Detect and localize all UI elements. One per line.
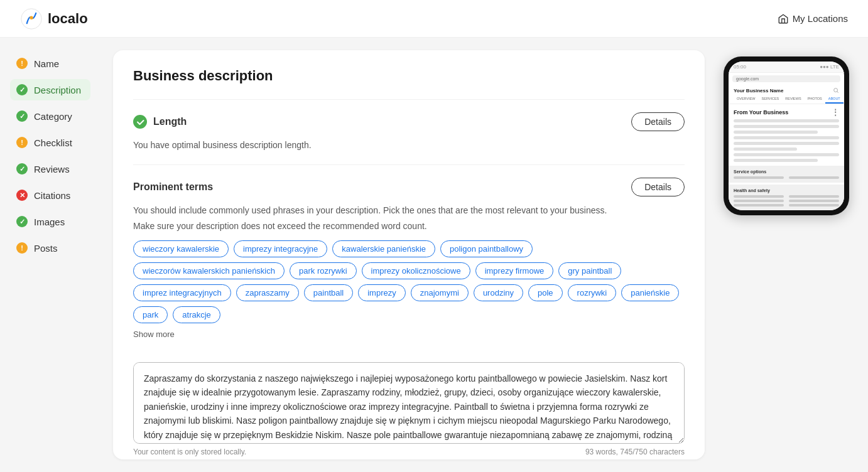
- phone-service-lines: [734, 176, 839, 179]
- sidebar-label-posts: Posts: [34, 243, 58, 254]
- phone-small-line-2: [789, 176, 839, 179]
- phone-health-row-1: [734, 195, 839, 198]
- tag-2[interactable]: kawalerskie panieńskie: [332, 240, 435, 257]
- nav-locations-label: My Locations: [793, 13, 848, 24]
- phone-tab-reviews: REVIEWS: [782, 95, 804, 104]
- prominent-section: Prominent terms Details You should inclu…: [133, 164, 685, 352]
- sidebar-label-reviews: Reviews: [34, 164, 70, 174]
- sidebar-item-citations[interactable]: ✕ Citations: [10, 185, 90, 206]
- phone-health-lines: [734, 195, 839, 206]
- length-section: Length Details You have optimal business…: [133, 99, 685, 164]
- tag-3[interactable]: poligon paintballowy: [440, 240, 533, 257]
- prominent-desc-2: Make sure your description does not exce…: [133, 220, 685, 233]
- phone-more-icon: ⋮: [832, 108, 839, 117]
- phone-line-4: [734, 136, 839, 139]
- sidebar-item-reviews[interactable]: ✓ Reviews: [10, 158, 90, 180]
- prominent-details-button[interactable]: Details: [631, 178, 685, 196]
- phone-tab-services: SERVICES: [759, 95, 783, 104]
- logo: localo: [20, 8, 88, 30]
- tag-7[interactable]: imprezy firmowe: [475, 262, 554, 279]
- phone-tab-photos: PHOTOS: [805, 95, 825, 104]
- main-card: Business description Length Details You …: [113, 50, 705, 459]
- tag-5[interactable]: park rozrywki: [290, 262, 357, 279]
- tag-16[interactable]: rozrywki: [568, 284, 617, 301]
- sidebar-item-name[interactable]: ! Name: [10, 53, 90, 74]
- tag-11[interactable]: paintball: [304, 284, 353, 301]
- sidebar-item-posts[interactable]: ! Posts: [10, 237, 90, 259]
- phone-health-row-3: [734, 204, 839, 206]
- sidebar-label-category: Category: [34, 111, 72, 122]
- sidebar-label-citations: Citations: [34, 190, 70, 201]
- status-dot-citations: ✕: [16, 190, 28, 201]
- phone-mockup: 05:00 ●●● LTE google.com Your Business N…: [724, 56, 849, 215]
- length-title-row: Length: [133, 115, 187, 129]
- length-description: You have optimal business description le…: [133, 139, 685, 152]
- phone-health-section: Health and safety: [729, 185, 844, 210]
- sidebar-label-checklist: Checklist: [34, 137, 72, 148]
- tag-14[interactable]: urodziny: [474, 284, 523, 301]
- phone-from-biz: From Your Business ⋮: [729, 104, 844, 119]
- sidebar-label-images: Images: [34, 217, 65, 227]
- sidebar-label-name: Name: [34, 58, 59, 69]
- svg-line-3: [837, 92, 838, 93]
- phone-health-line-5: [734, 204, 784, 206]
- tag-10[interactable]: zapraszamy: [236, 284, 299, 301]
- phone-service-row-1: [734, 176, 839, 179]
- phone-line-6: [734, 148, 797, 151]
- length-check-icon: [133, 115, 147, 129]
- phone-line-8: [734, 159, 818, 162]
- phone-search-icon: [833, 87, 839, 94]
- preview-panel: 05:00 ●●● LTE google.com Your Business N…: [717, 50, 855, 459]
- sidebar-item-images[interactable]: ✓ Images: [10, 211, 90, 232]
- tag-9[interactable]: imprez integracyjnych: [133, 284, 231, 301]
- phone-screen: 05:00 ●●● LTE google.com Your Business N…: [729, 62, 844, 210]
- sidebar: ! Name ✓ Description ✓ Category ! Checkl…: [0, 38, 100, 472]
- status-dot-description: ✓: [16, 84, 28, 95]
- length-details-button[interactable]: Details: [631, 112, 685, 131]
- phone-health-line-6: [789, 204, 839, 206]
- tag-8[interactable]: gry paintball: [558, 262, 621, 279]
- tag-18[interactable]: park: [133, 306, 168, 323]
- sidebar-item-description[interactable]: ✓ Description: [10, 79, 90, 100]
- tag-12[interactable]: imprezy: [358, 284, 406, 301]
- status-dot-name: !: [16, 58, 28, 69]
- phone-from-biz-label: From Your Business: [734, 109, 788, 115]
- prominent-section-header: Prominent terms Details: [133, 178, 685, 196]
- phone-tab-about: ABOUT: [825, 95, 844, 104]
- prominent-desc-1: You should include commonly used phrases…: [133, 204, 685, 217]
- tag-15[interactable]: pole: [528, 284, 563, 301]
- phone-text-lines: [729, 119, 844, 162]
- tag-0[interactable]: wieczory kawalerskie: [133, 240, 229, 257]
- logo-text: localo: [48, 11, 88, 27]
- tag-4[interactable]: wieczorów kawalerskich panieńskich: [133, 262, 285, 279]
- phone-tabs: OVERVIEW SERVICES REVIEWS PHOTOS ABOUT: [729, 95, 844, 104]
- page-title: Business description: [133, 68, 685, 84]
- phone-service-title: Service options: [734, 169, 839, 174]
- description-textarea[interactable]: [133, 362, 685, 444]
- status-dot-checklist: !: [16, 137, 28, 148]
- phone-time: 05:00: [734, 64, 746, 70]
- content-area: Business description Length Details You …: [100, 38, 868, 472]
- tags-container: wieczory kawalerskieimprezy integracyjne…: [133, 240, 685, 323]
- svg-point-2: [834, 88, 838, 92]
- sidebar-item-category[interactable]: ✓ Category: [10, 105, 90, 127]
- header: localo My Locations: [0, 0, 868, 38]
- tag-1[interactable]: imprezy integracyjne: [234, 240, 327, 257]
- phone-health-line-3: [734, 200, 784, 202]
- length-section-title: Length: [153, 116, 187, 127]
- tag-17[interactable]: panieńskie: [621, 284, 679, 301]
- textarea-footer-right: 93 words, 745/750 characters: [585, 448, 685, 456]
- nav-locations[interactable]: My Locations: [778, 13, 848, 24]
- phone-signal: ●●● LTE: [820, 64, 839, 70]
- phone-health-row-2: [734, 200, 839, 202]
- tag-6[interactable]: imprezy okolicznościowe: [362, 262, 470, 279]
- home-icon: [778, 13, 789, 24]
- phone-health-line-1: [734, 195, 784, 198]
- tag-13[interactable]: znajomymi: [411, 284, 469, 301]
- sidebar-label-description: Description: [34, 85, 81, 95]
- length-section-header: Length Details: [133, 112, 685, 131]
- show-more-link[interactable]: Show more: [133, 330, 175, 339]
- tag-19[interactable]: atrakcje: [173, 306, 220, 323]
- phone-small-line-1: [734, 176, 784, 179]
- sidebar-item-checklist[interactable]: ! Checklist: [10, 132, 90, 153]
